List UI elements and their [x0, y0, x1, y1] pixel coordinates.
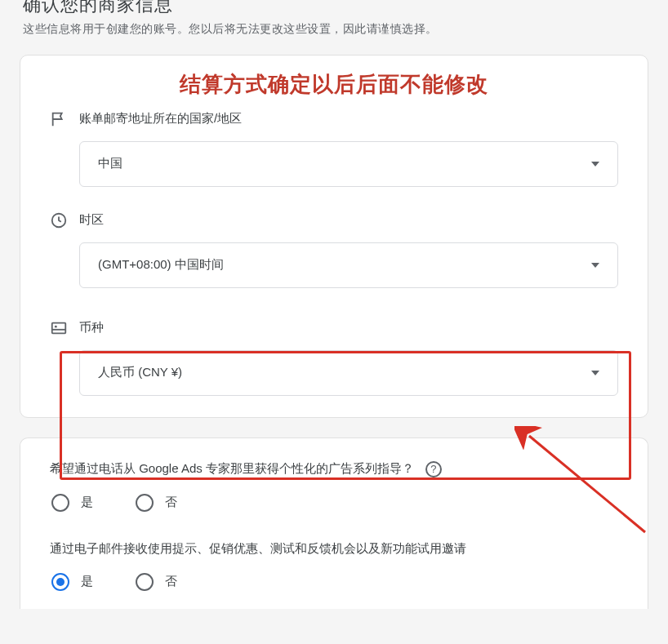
billing-info-card: 结算方式确定以后后面不能修改 账单邮寄地址所在的国家/地区 中国 时区 (GMT…: [20, 55, 648, 418]
country-label: 账单邮寄地址所在的国家/地区: [79, 111, 242, 127]
phone-question-text: 希望通过电话从 Google Ads 专家那里获得个性化的广告系列指导？: [50, 461, 414, 477]
radio-icon: [51, 573, 69, 591]
currency-label: 币种: [79, 320, 104, 335]
currency-select[interactable]: 人民币 (CNY ¥): [79, 350, 618, 396]
chevron-down-icon: [591, 162, 599, 167]
preferences-card: 希望通过电话从 Google Ads 专家那里获得个性化的广告系列指导？ ? 是…: [20, 437, 648, 609]
phone-yes-label: 是: [81, 495, 93, 510]
timezone-select[interactable]: (GMT+08:00) 中国时间: [79, 242, 618, 288]
email-radio-no[interactable]: 否: [136, 573, 177, 591]
clock-icon: [50, 211, 68, 229]
phone-question: 希望通过电话从 Google Ads 专家那里获得个性化的广告系列指导？ ?: [50, 461, 618, 477]
email-yes-label: 是: [81, 574, 93, 589]
flag-icon: [50, 110, 68, 128]
phone-radio-no[interactable]: 否: [136, 494, 177, 512]
chevron-down-icon: [591, 263, 599, 268]
timezone-label: 时区: [79, 212, 104, 228]
currency-icon: [50, 319, 68, 337]
timezone-value: (GMT+08:00) 中国时间: [98, 257, 224, 273]
page-title: 确认您的商家信息: [23, 0, 645, 17]
page-subtitle: 这些信息将用于创建您的账号。您以后将无法更改这些设置，因此请谨慎选择。: [23, 22, 645, 37]
phone-radio-yes[interactable]: 是: [51, 494, 93, 512]
country-value: 中国: [98, 156, 122, 171]
help-icon[interactable]: ?: [425, 461, 442, 477]
currency-field: 币种 人民币 (CNY ¥): [50, 319, 618, 396]
email-no-label: 否: [165, 574, 177, 589]
email-question: 通过电子邮件接收使用提示、促销优惠、测试和反馈机会以及新功能试用邀请: [50, 541, 618, 557]
chevron-down-icon: [591, 371, 599, 375]
email-radio-group: 是 否: [51, 573, 618, 591]
country-field: 账单邮寄地址所在的国家/地区 中国: [50, 110, 618, 187]
radio-icon: [136, 573, 154, 591]
svg-point-2: [55, 325, 57, 327]
warning-annotation: 结算方式确定以后后面不能修改: [50, 70, 618, 99]
country-select[interactable]: 中国: [79, 141, 618, 187]
svg-rect-1: [52, 322, 66, 333]
radio-icon: [51, 494, 69, 512]
currency-value: 人民币 (CNY ¥): [98, 365, 182, 380]
phone-no-label: 否: [165, 495, 177, 510]
phone-radio-group: 是 否: [51, 494, 618, 512]
email-question-text: 通过电子邮件接收使用提示、促销优惠、测试和反馈机会以及新功能试用邀请: [50, 541, 466, 557]
timezone-field: 时区 (GMT+08:00) 中国时间: [50, 211, 618, 288]
radio-icon: [136, 494, 154, 512]
email-radio-yes[interactable]: 是: [51, 573, 93, 591]
